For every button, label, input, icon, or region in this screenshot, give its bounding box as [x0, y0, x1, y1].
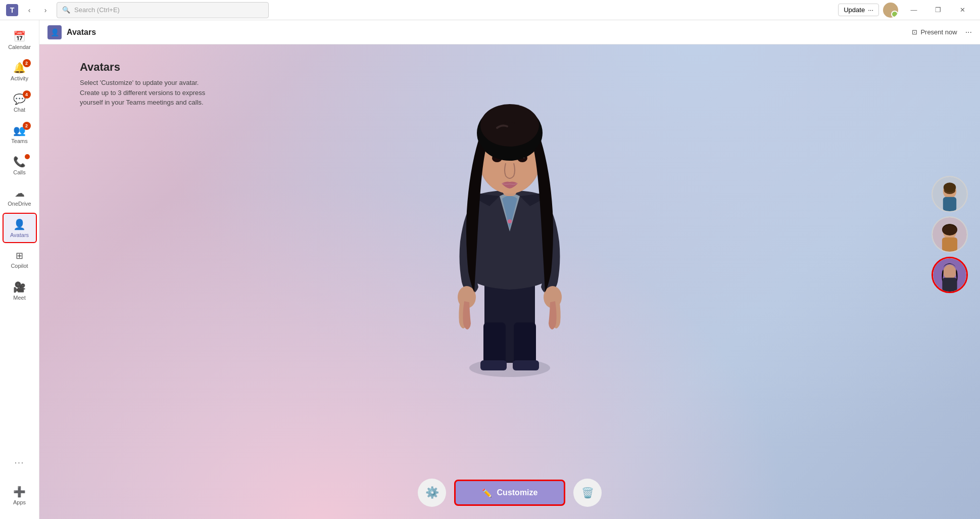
avatar-thumb-1-inner — [933, 177, 967, 211]
sidebar-label-meet: Meet — [13, 295, 25, 301]
update-label: Update — [844, 6, 865, 14]
delete-icon: 🗑️ — [581, 487, 594, 499]
avatar-desc-line2: Create up to 3 different versions to exp… — [80, 88, 205, 98]
search-placeholder: Search (Ctrl+E) — [74, 6, 120, 14]
svg-point-18 — [480, 104, 539, 147]
sidebar-item-chat[interactable]: 💬 4 Chat — [3, 87, 37, 118]
svg-rect-30 — [942, 277, 957, 292]
calls-icon: 📞 — [13, 156, 26, 168]
svg-rect-26 — [942, 237, 957, 251]
svg-point-27 — [942, 224, 957, 235]
avatar-thumb-2-inner — [933, 217, 967, 252]
window-controls: — ❐ ✕ — [902, 3, 974, 18]
app-header-right: ⊡ Present now ··· — [908, 26, 972, 38]
user-avatar-button[interactable] — [883, 3, 898, 18]
sidebar-item-calendar[interactable]: 📅 Calendar — [3, 25, 37, 55]
sidebar-item-copilot[interactable]: ⊞ Copilot — [3, 244, 37, 274]
onedrive-icon: ☁ — [15, 187, 25, 199]
sidebar-item-teams[interactable]: 👥 2 Teams — [3, 119, 37, 149]
customize-button[interactable]: ✏️ Customize — [454, 480, 565, 506]
sidebar-label-avatars: Avatars — [10, 232, 29, 238]
sidebar-label-copilot: Copilot — [11, 263, 28, 269]
avatar-3d-figure — [439, 70, 580, 383]
sidebar-bottom: ··· ➕ Apps — [3, 447, 37, 515]
title-bar-left: T ‹ › 🔍 Search (Ctrl+E) — [6, 2, 269, 18]
app-header-left: 👤 Avatars — [47, 25, 96, 39]
chat-badge: 4 — [23, 90, 31, 99]
sidebar-label-apps: Apps — [13, 499, 26, 505]
app-title: Avatars — [67, 28, 96, 37]
svg-rect-5 — [513, 360, 539, 370]
forward-button[interactable]: › — [38, 3, 53, 17]
settings-button[interactable]: ⚙️ — [418, 479, 446, 507]
search-icon: 🔍 — [62, 6, 70, 14]
sidebar-label-calls: Calls — [13, 169, 25, 175]
svg-rect-21 — [943, 197, 956, 211]
sidebar-item-meet[interactable]: 🎥 Meet — [3, 275, 37, 306]
sidebar-item-avatars[interactable]: 👤 Avatars — [3, 213, 37, 243]
present-now-button[interactable]: ⊡ Present now — [908, 26, 961, 38]
svg-point-29 — [943, 264, 956, 279]
sidebar-label-calendar: Calendar — [8, 44, 31, 50]
content-area: 👤 Avatars ⊡ Present now ··· Avatars Sele… — [39, 20, 980, 519]
back-button[interactable]: ‹ — [22, 3, 36, 17]
avatar-thumbnails — [932, 176, 968, 293]
teams-logo-icon: T — [6, 4, 18, 16]
main-layout: 📅 Calendar 🔔 2 Activity 💬 4 Chat 👥 2 Tea… — [0, 20, 980, 519]
avatar-thumb-3[interactable] — [932, 257, 968, 293]
title-bar-right: Update ··· — ❐ ✕ — [838, 3, 974, 18]
sidebar-label-activity: Activity — [11, 75, 28, 81]
restore-button[interactable]: ❐ — [926, 3, 950, 18]
svg-point-23 — [944, 182, 956, 192]
sidebar-item-apps[interactable]: ➕ Apps — [3, 480, 37, 510]
avatar-heading: Avatars — [80, 61, 205, 74]
avatar-bottom-controls: ⚙️ ✏️ Customize 🗑️ — [418, 479, 602, 507]
sidebar: 📅 Calendar 🔔 2 Activity 💬 4 Chat 👥 2 Tea… — [0, 20, 39, 519]
sidebar-item-more[interactable]: ··· — [3, 448, 37, 478]
svg-point-6 — [508, 219, 512, 223]
avatar-content-area: Avatars Select 'Customize' to update you… — [39, 44, 980, 519]
title-bar: T ‹ › 🔍 Search (Ctrl+E) Update ··· — ❐ ✕ — [0, 0, 980, 20]
app-more-button[interactable]: ··· — [965, 28, 972, 37]
calendar-icon: 📅 — [13, 30, 26, 42]
teams-badge: 2 — [23, 122, 31, 130]
apps-icon: ➕ — [13, 486, 26, 498]
meet-icon: 🎥 — [13, 281, 26, 293]
customize-label: Customize — [497, 488, 538, 497]
sidebar-item-calls[interactable]: 📞 Calls — [3, 150, 37, 180]
activity-badge: 2 — [23, 59, 31, 67]
avatar-desc-line1: Select 'Customize' to update your avatar… — [80, 78, 205, 88]
update-button[interactable]: Update ··· — [838, 4, 879, 16]
svg-rect-4 — [480, 360, 507, 370]
present-icon: ⊡ — [912, 28, 917, 36]
nav-arrows: ‹ › — [22, 3, 53, 17]
sidebar-label-chat: Chat — [14, 107, 25, 113]
app-icon: 👤 — [47, 25, 62, 39]
avatar-thumb-3-inner — [933, 258, 966, 292]
avatars-icon: 👤 — [13, 218, 26, 230]
minimize-button[interactable]: — — [902, 3, 925, 18]
more-icon: ··· — [15, 458, 24, 467]
avatar-text-overlay: Avatars Select 'Customize' to update you… — [80, 61, 205, 108]
search-bar[interactable]: 🔍 Search (Ctrl+E) — [57, 2, 269, 18]
present-now-label: Present now — [920, 28, 957, 36]
avatar-svg — [439, 70, 580, 383]
sidebar-item-onedrive[interactable]: ☁ OneDrive — [3, 181, 37, 212]
copilot-icon: ⊞ — [16, 250, 23, 261]
sidebar-label-onedrive: OneDrive — [8, 201, 31, 207]
delete-button[interactable]: 🗑️ — [573, 479, 602, 507]
pencil-icon: ✏️ — [482, 488, 492, 498]
close-button[interactable]: ✕ — [951, 3, 974, 18]
app-header: 👤 Avatars ⊡ Present now ··· — [39, 20, 980, 44]
update-more-icon: ··· — [868, 6, 873, 14]
calls-badge — [25, 154, 30, 159]
sidebar-item-activity[interactable]: 🔔 2 Activity — [3, 56, 37, 86]
sidebar-label-teams: Teams — [11, 138, 27, 144]
avatar-thumb-1[interactable] — [932, 176, 968, 212]
avatar-desc-line3: yourself in your Teams meetings and call… — [80, 98, 205, 108]
avatar-thumb-2[interactable] — [932, 216, 968, 253]
settings-icon: ⚙️ — [425, 486, 439, 499]
